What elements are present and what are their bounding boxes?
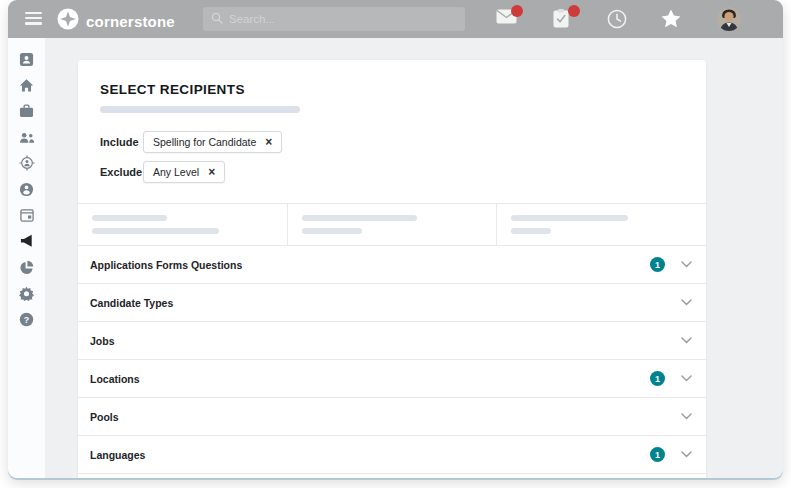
accordion-row-label: Applications Forms Questions [90, 259, 650, 271]
accordion-row[interactable]: Jobs [78, 321, 706, 359]
exclude-filter-row: Exclude Any Level × [100, 161, 684, 183]
sidebar-item-home-icon[interactable] [19, 77, 35, 93]
history-icon[interactable] [607, 9, 629, 29]
cornerstone-logo[interactable]: cornerstone [57, 8, 175, 34]
accordion-row-label: Locations [90, 373, 650, 385]
chevron-down-icon[interactable] [681, 261, 692, 268]
loading-column [496, 204, 706, 245]
accordion-row[interactable]: Applications Forms Questions 1 [78, 245, 706, 283]
accordion-row[interactable]: Employment [78, 473, 706, 478]
sidebar-item-people-icon[interactable] [19, 129, 35, 145]
accordion-row[interactable]: Pools [78, 397, 706, 435]
accordion-row-label: Pools [90, 411, 681, 423]
tasks-notification-badge [568, 5, 580, 17]
page-title: SELECT RECIPIENTS [100, 82, 684, 97]
include-chip-text: Spelling for Candidate [153, 136, 256, 148]
accordion-row[interactable]: Languages 1 [78, 435, 706, 473]
include-filter-row: Include Spelling for Candidate × [100, 131, 684, 153]
sidebar-item-help-icon[interactable]: ? [19, 311, 35, 327]
logo-text: cornerstone [86, 13, 175, 30]
messages-notification-badge [511, 5, 523, 17]
sidebar-item-settings-icon[interactable] [19, 285, 35, 301]
remove-icon[interactable]: × [208, 166, 215, 178]
global-search[interactable] [203, 7, 465, 31]
count-badge: 1 [650, 257, 665, 272]
chevron-down-icon[interactable] [681, 337, 692, 344]
hamburger-menu-icon[interactable] [25, 12, 42, 25]
sidebar-item-profile-card-icon[interactable] [19, 51, 35, 67]
chevron-down-icon[interactable] [681, 299, 692, 306]
sidebar-item-candidate-target-icon[interactable] [19, 155, 35, 171]
exclude-label: Exclude [100, 166, 143, 178]
accordion-row-label: Candidate Types [90, 297, 681, 309]
chevron-down-icon[interactable] [681, 375, 692, 382]
loading-columns [78, 203, 706, 245]
accordion-row[interactable]: Locations 1 [78, 359, 706, 397]
loading-column [287, 204, 497, 245]
select-recipients-card: SELECT RECIPIENTS Include Spelling for C… [78, 60, 706, 478]
exclude-chip[interactable]: Any Level × [143, 161, 225, 183]
count-badge: 1 [650, 447, 665, 462]
remove-icon[interactable]: × [265, 136, 272, 148]
accordion-row-label: Languages [90, 449, 650, 461]
cornerstone-logo-icon [57, 8, 79, 34]
progress-bar [100, 106, 300, 113]
accordion-row-label: Jobs [90, 335, 681, 347]
app-window: cornerstone [8, 0, 783, 478]
tasks-icon[interactable] [553, 9, 575, 29]
search-input[interactable] [229, 13, 457, 25]
left-sidebar: ? [8, 38, 45, 478]
filter-accordion: Applications Forms Questions 1 Candidate… [78, 245, 706, 478]
content-area: SELECT RECIPIENTS Include Spelling for C… [45, 38, 783, 478]
chevron-down-icon[interactable] [681, 451, 692, 458]
sidebar-item-announcements-icon[interactable] [19, 233, 35, 249]
sidebar-item-calendar-icon[interactable] [19, 207, 35, 223]
sidebar-item-reports-icon[interactable] [19, 259, 35, 275]
chevron-down-icon[interactable] [681, 413, 692, 420]
favorites-star-icon[interactable] [661, 9, 683, 29]
messages-icon[interactable] [496, 9, 518, 29]
include-label: Include [100, 136, 143, 148]
top-navbar: cornerstone [8, 0, 783, 38]
user-avatar[interactable] [717, 7, 741, 31]
exclude-chip-text: Any Level [153, 166, 199, 178]
sidebar-item-briefcase-icon[interactable] [19, 103, 35, 119]
accordion-row[interactable]: Candidate Types [78, 283, 706, 321]
search-icon [211, 10, 223, 28]
include-chip[interactable]: Spelling for Candidate × [143, 131, 282, 153]
count-badge: 1 [650, 371, 665, 386]
svg-text:?: ? [24, 314, 29, 324]
loading-column [78, 204, 287, 245]
sidebar-item-user-circle-icon[interactable] [19, 181, 35, 197]
